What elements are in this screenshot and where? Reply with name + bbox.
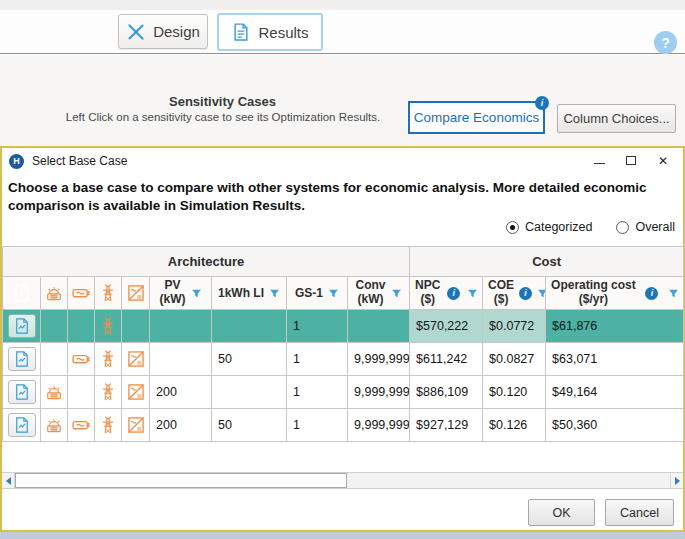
operating-cost-cell: $61,876 xyxy=(546,310,684,343)
info-icon[interactable]: i xyxy=(447,287,460,300)
dialog-titlebar[interactable]: H Select Base Case ✕ xyxy=(2,148,683,174)
sensitivity-title: Sensitivity Cases xyxy=(90,94,355,109)
converter-icon xyxy=(126,415,146,435)
coe-cell: $0.0827 xyxy=(483,343,546,376)
design-label: Design xyxy=(153,23,200,40)
col-header-grid-icon[interactable] xyxy=(95,277,122,310)
filter-icon[interactable] xyxy=(668,288,679,299)
npc-cell: $570,222 xyxy=(410,310,483,343)
col-header-pv-icon[interactable] xyxy=(41,277,68,310)
info-icon[interactable]: i xyxy=(645,287,658,300)
sensitivity-subtitle: Left Click on a sensitivity case to see … xyxy=(58,111,388,123)
col-header-conv-kw[interactable]: Conv(kW) xyxy=(348,277,410,310)
table-row[interactable]: 200 1 9,999,999 $886,109 $0.120 $49,164 xyxy=(3,376,684,409)
scroll-thumb[interactable] xyxy=(15,473,347,488)
dialog-title: Select Base Case xyxy=(32,154,127,168)
filter-icon[interactable] xyxy=(191,288,202,299)
conv-kw-cell: 9,999,999 xyxy=(348,376,410,409)
column-choices-button[interactable]: Column Choices... xyxy=(557,104,676,133)
table-row[interactable]: 200 50 1 9,999,999 $927,129 $0.126 $50,3… xyxy=(3,409,684,442)
gs1-cell: 1 xyxy=(287,310,348,343)
simulation-report-icon xyxy=(13,350,31,368)
col-header-npc[interactable]: NPC($) i xyxy=(410,277,483,310)
col-header-battery-qty[interactable]: 1kWh LI xyxy=(212,277,287,310)
scroll-left-arrow[interactable] xyxy=(2,473,15,488)
close-button[interactable]: ✕ xyxy=(647,150,679,171)
pv-icon xyxy=(44,415,64,435)
npc-cell: $886,109 xyxy=(410,376,483,409)
cancel-button[interactable]: Cancel xyxy=(605,499,674,526)
simulation-report-button[interactable] xyxy=(8,347,36,371)
info-icon[interactable]: i xyxy=(519,287,532,300)
sensitivity-section: Sensitivity Cases Left Click on a sensit… xyxy=(0,55,685,146)
filter-icon[interactable] xyxy=(328,288,339,299)
main-toolbar: Design Results xyxy=(0,10,685,54)
ok-button[interactable]: OK xyxy=(528,499,595,526)
grid-tower-icon xyxy=(98,349,118,369)
left-triangle-icon xyxy=(6,477,11,485)
conv-kw-cell xyxy=(348,310,410,343)
operating-cost-cell: $63,071 xyxy=(546,343,684,376)
simulation-report-icon xyxy=(12,283,32,303)
battery-qty-cell xyxy=(212,376,287,409)
table-row[interactable]: 50 1 9,999,999 $611,242 $0.0827 $63,071 xyxy=(3,343,684,376)
window-controls: ✕ xyxy=(583,150,679,171)
results-tab-button[interactable]: Results xyxy=(217,13,323,51)
col-header-converter-icon[interactable] xyxy=(122,277,150,310)
compare-economics-button[interactable]: Compare Economics i xyxy=(408,101,545,134)
radio-overall[interactable]: Overall xyxy=(616,220,675,234)
simulation-report-button[interactable] xyxy=(8,413,36,437)
view-mode-radios: Categorized Overall xyxy=(506,220,675,234)
operating-cost-cell: $49,164 xyxy=(546,376,684,409)
col-header-pv-kw[interactable]: PV(kW) xyxy=(150,277,212,310)
radio-categorized[interactable]: Categorized xyxy=(506,220,592,234)
grid-tower-icon xyxy=(98,415,118,435)
battery-qty-cell: 50 xyxy=(212,343,287,376)
npc-cell: $927,129 xyxy=(410,409,483,442)
grid-tower-icon xyxy=(98,382,118,402)
filter-icon[interactable] xyxy=(391,288,402,299)
info-icon[interactable]: i xyxy=(535,96,549,110)
gs1-cell: 1 xyxy=(287,343,348,376)
help-icon: ? xyxy=(661,35,670,51)
right-triangle-icon xyxy=(675,477,680,485)
scroll-right-arrow[interactable] xyxy=(670,473,683,488)
grid-tower-icon xyxy=(98,283,118,303)
minimize-button[interactable] xyxy=(583,150,615,171)
filter-icon[interactable] xyxy=(269,288,280,299)
col-header-coe[interactable]: COE($) i xyxy=(483,277,546,310)
simulation-report-button[interactable] xyxy=(8,314,36,338)
help-button[interactable]: ? xyxy=(654,31,677,54)
design-tab-button[interactable]: Design xyxy=(118,14,208,49)
grid-tower-icon xyxy=(98,316,118,336)
radio-selected-icon xyxy=(506,221,519,234)
table-row[interactable]: 1 $570,222 $0.0772 $61,876 xyxy=(3,310,684,343)
pv-kw-cell: 200 xyxy=(150,409,212,442)
filter-icon[interactable] xyxy=(467,288,478,299)
battery-icon xyxy=(71,415,91,435)
col-header-operating-cost[interactable]: Operating cost($/yr) i xyxy=(546,277,684,310)
coe-cell: $0.120 xyxy=(483,376,546,409)
filter-icon[interactable] xyxy=(537,288,545,299)
col-header-gs1[interactable]: GS-1 xyxy=(287,277,348,310)
col-header-report[interactable] xyxy=(3,277,41,310)
horizontal-scrollbar[interactable] xyxy=(2,472,683,489)
col-header-battery-icon[interactable] xyxy=(68,277,95,310)
dialog-description: Choose a base case to compare with other… xyxy=(8,179,672,214)
coe-cell: $0.126 xyxy=(483,409,546,442)
converter-icon xyxy=(126,283,146,303)
simulation-report-button[interactable] xyxy=(8,380,36,404)
maximize-icon xyxy=(626,156,636,165)
pv-icon xyxy=(44,283,64,303)
battery-icon xyxy=(71,349,91,369)
gs1-cell: 1 xyxy=(287,409,348,442)
close-icon: ✕ xyxy=(658,155,668,167)
radio-overall-label: Overall xyxy=(635,220,675,234)
pv-icon xyxy=(44,382,64,402)
app-top-strip xyxy=(0,0,685,10)
group-header-architecture: Architecture xyxy=(3,247,410,277)
maximize-button[interactable] xyxy=(615,150,647,171)
pv-kw-cell xyxy=(150,310,212,343)
coe-cell: $0.0772 xyxy=(483,310,546,343)
simulation-report-icon xyxy=(13,416,31,434)
